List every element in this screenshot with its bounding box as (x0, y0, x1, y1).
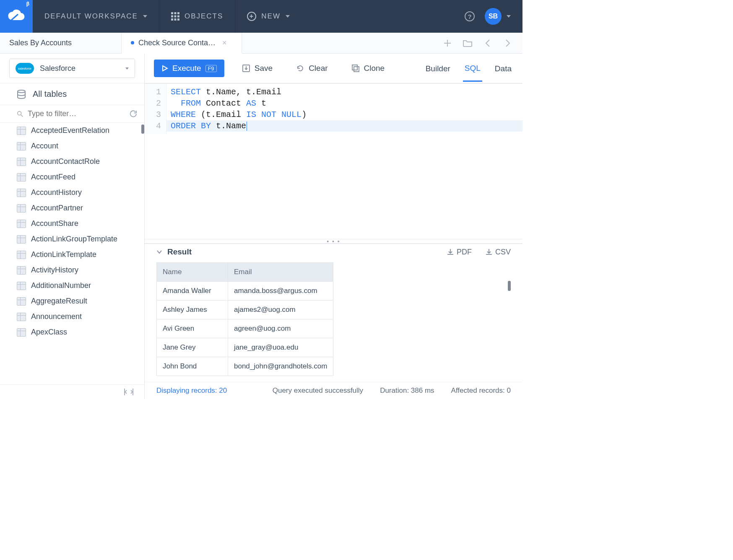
execute-button[interactable]: Execute F9 (154, 60, 224, 77)
column-header[interactable]: Email (228, 263, 333, 282)
open-folder-button[interactable] (463, 39, 472, 48)
column-header[interactable]: Name (157, 263, 228, 282)
table-row[interactable]: Jane Greyjane_gray@uoa.edu (157, 338, 333, 357)
workspace-switcher[interactable]: DEFAULT WORKSPACE (33, 0, 159, 33)
table-row[interactable]: Amanda Walleramanda.boss@argus.com (157, 282, 333, 301)
tab-builder[interactable]: Builder (424, 62, 452, 81)
close-icon[interactable]: × (222, 39, 227, 47)
svg-point-10 (18, 111, 21, 115)
document-tab-active[interactable]: Check Source Conta… × (122, 33, 242, 54)
export-csv-button[interactable]: CSV (485, 248, 511, 257)
table-icon (17, 328, 26, 337)
app-logo[interactable]: β (0, 0, 33, 33)
save-button[interactable]: Save (236, 60, 278, 77)
clone-button[interactable]: Clone (346, 60, 391, 77)
new-label: NEW (261, 12, 281, 21)
status-affected: Affected records: 0 (451, 386, 511, 395)
toolbar: Execute F9 Save Clear Clone (145, 54, 522, 84)
all-tables-header[interactable]: All tables (0, 83, 144, 105)
view-tabs: Builder SQL Data (424, 61, 513, 76)
all-tables-label: All tables (33, 89, 67, 99)
table-item[interactable]: ApexClass (0, 324, 144, 340)
table-item-label: AccountPartner (31, 204, 83, 213)
chevron-down-icon (507, 15, 511, 18)
cell: John Bond (157, 357, 228, 376)
user-menu[interactable]: SB (485, 8, 511, 25)
tab-label: Sales By Accounts (9, 39, 72, 47)
table-item[interactable]: AccountHistory (0, 185, 144, 200)
table-item[interactable]: AdditionalNumber (0, 278, 144, 293)
search-icon (17, 110, 23, 118)
sql-editor[interactable]: 1234 SELECT t.Name, t.Email FROM Contact… (145, 84, 522, 239)
chevron-down-icon[interactable] (156, 249, 162, 255)
scrollbar-thumb[interactable] (141, 124, 144, 134)
table-row[interactable]: Ashley Jamesajames2@uog.com (157, 301, 333, 319)
table-item-label: ActionLinkTemplate (31, 250, 96, 259)
tab-data[interactable]: Data (493, 62, 513, 81)
table-item-label: Announcement (31, 312, 82, 321)
table-item[interactable]: ActionLinkGroupTemplate (0, 231, 144, 247)
table-item[interactable]: AccountShare (0, 216, 144, 231)
table-icon (17, 235, 26, 244)
table-item[interactable]: Announcement (0, 309, 144, 324)
filter-input[interactable] (28, 109, 125, 118)
result-grid[interactable]: NameEmailAmanda Walleramanda.boss@argus.… (156, 262, 333, 376)
execute-shortcut: F9 (205, 65, 217, 72)
prev-tab-button[interactable] (483, 39, 492, 48)
new-tab-button[interactable] (443, 39, 452, 48)
table-row[interactable]: John Bondbond_john@grandhotels.com (157, 357, 333, 376)
document-tab[interactable]: Sales By Accounts (0, 33, 122, 53)
table-icon (17, 266, 26, 275)
cell: Amanda Waller (157, 282, 228, 301)
table-item[interactable]: AcceptedEventRelation (0, 123, 144, 138)
next-tab-button[interactable] (503, 39, 512, 48)
connection-label: Salesforce (40, 64, 120, 73)
scrollbar-thumb[interactable] (508, 281, 511, 291)
workspace-label: DEFAULT WORKSPACE (44, 12, 138, 21)
table-item[interactable]: AccountContactRole (0, 154, 144, 169)
table-icon (17, 158, 26, 166)
export-pdf-button[interactable]: PDF (447, 248, 472, 257)
export-pdf-label: PDF (457, 248, 472, 257)
objects-label: OBJECTS (185, 12, 223, 21)
table-item[interactable]: AccountFeed (0, 169, 144, 185)
download-icon (447, 248, 454, 256)
cell: Jane Grey (157, 338, 228, 357)
cloud-logo-icon (7, 9, 26, 23)
save-label: Save (255, 64, 273, 73)
objects-menu[interactable]: OBJECTS (159, 0, 235, 33)
status-success: Query executed successfully (273, 386, 363, 395)
table-icon (17, 251, 26, 259)
clear-button[interactable]: Clear (290, 60, 333, 77)
collapse-sidebar-icon[interactable] (124, 388, 133, 396)
svg-rect-7 (174, 18, 176, 21)
beta-badge: β (26, 1, 29, 7)
svg-point-9 (18, 90, 25, 93)
connection-dropdown[interactable]: salesforce Salesforce (9, 59, 135, 78)
svg-rect-13 (354, 67, 359, 72)
svg-rect-3 (171, 16, 173, 18)
table-item[interactable]: ActivityHistory (0, 262, 144, 278)
table-item[interactable]: Account (0, 138, 144, 154)
table-row[interactable]: Avi Greenagreen@uog.com (157, 319, 333, 338)
table-item-label: AccountContactRole (31, 157, 100, 166)
table-item[interactable]: AccountPartner (0, 200, 144, 216)
tab-label: Check Source Conta… (138, 39, 216, 47)
tab-sql[interactable]: SQL (463, 61, 482, 82)
svg-rect-5 (177, 16, 179, 18)
table-item[interactable]: AggregateResult (0, 293, 144, 309)
splitter-handle[interactable]: • • • (145, 239, 522, 243)
table-item[interactable]: ActionLinkTemplate (0, 247, 144, 262)
chevron-down-icon (286, 15, 290, 18)
table-icon (17, 204, 26, 213)
table-item-label: ActivityHistory (31, 266, 78, 275)
table-item-label: AdditionalNumber (31, 281, 91, 290)
help-icon[interactable]: ? (465, 11, 475, 21)
unsaved-dot-icon (131, 41, 134, 44)
table-list[interactable]: AcceptedEventRelationAccountAccountConta… (0, 123, 144, 384)
new-menu[interactable]: + NEW (235, 0, 302, 33)
undo-icon (296, 64, 304, 73)
refresh-icon[interactable] (129, 110, 137, 118)
svg-rect-1 (174, 12, 176, 14)
table-item-label: Account (31, 142, 58, 150)
